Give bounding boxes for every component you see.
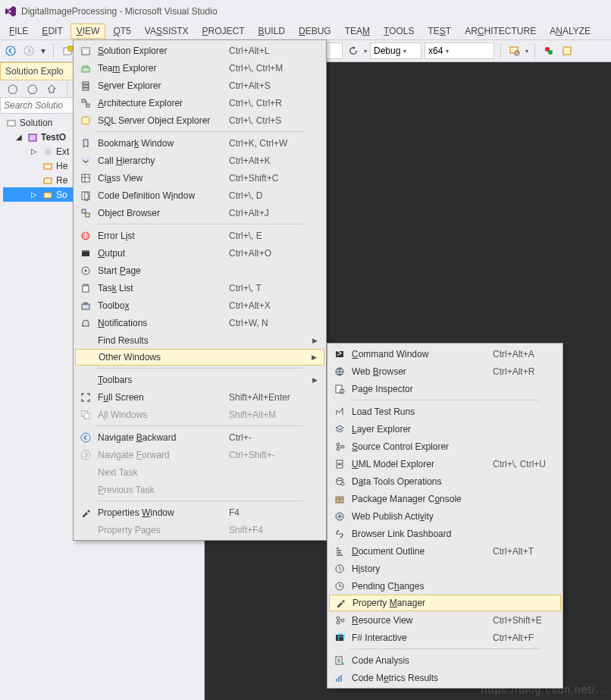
menu-item-shortcut: Ctrl+Shift+C [229,173,312,184]
combo-text: x64 [428,46,443,56]
menu-item[interactable]: F#F# InteractiveCtrl+Alt+F [329,629,561,646]
menu-item[interactable]: Class ViewCtrl+Shift+C [75,169,324,187]
fwd-icon[interactable]: ◯ [24,81,39,96]
architecture-explorer-icon [75,98,96,108]
menu-item[interactable]: Task ListCtrl+\, T [75,279,324,297]
menu-item[interactable]: Toolbars▶ [75,371,324,388]
svg-point-67 [341,662,344,665]
nav-fwd-button[interactable] [21,43,36,58]
tool-icon-2[interactable] [559,43,575,58]
menu-item[interactable]: NotificationsCtrl+W, N [75,314,324,331]
menu-item[interactable]: Property Manager [329,595,561,611]
menu-item[interactable]: Call HierarchyCtrl+Alt+K [75,152,324,169]
menu-item[interactable]: Code Analysis [329,651,561,669]
svg-rect-9 [8,121,15,126]
menu-item-shortcut: Ctrl+Alt+T [493,546,561,557]
menu-item-label: Object Browser [96,208,229,218]
menu-item[interactable]: Browser Link Dashboard [329,525,561,542]
menubar-item[interactable]: VIEW [70,24,106,39]
submenu-arrow-icon: ▶ [312,353,324,361]
submenu-arrow-icon: ▶ [312,337,324,344]
svg-rect-38 [84,284,87,286]
menubar-item[interactable]: BUILD [252,24,291,39]
menubar-item[interactable]: ANALYZE [544,24,597,39]
config-combo[interactable]: Debug▾ [370,42,421,59]
menu-item[interactable]: Solution ExplorerCtrl+Alt+L [75,42,324,59]
menubar-item[interactable]: TEST [421,24,457,39]
menu-item[interactable]: Data Tools Operations [329,472,561,490]
menubar-item[interactable]: PROJECT [196,24,251,39]
menu-item[interactable]: {}Code Definition WindowCtrl+\, D [75,187,324,204]
bookmark-window-icon [75,138,96,149]
menu-item[interactable]: Package Manager Console [329,490,561,507]
menu-item[interactable]: SQL Server Object ExplorerCtrl+\, Ctrl+S [75,111,324,129]
back-icon[interactable]: ◯ [5,81,20,96]
home-icon[interactable] [44,81,59,96]
platform-combo[interactable]: x64▾ [425,42,494,59]
web-publish-icon [329,511,350,522]
menu-item[interactable]: Navigate BackwardCtrl+- [75,428,324,446]
tool-icon-1[interactable] [541,43,556,58]
chevron-down-icon[interactable]: ▾ [364,48,367,55]
dropdown-icon[interactable]: ▾ [39,43,47,58]
menu-item[interactable]: Full ScreenShift+Alt+Enter [75,388,324,406]
svg-text:>_: >_ [337,349,345,359]
expand-icon[interactable]: ▷ [29,146,39,157]
find-button[interactable] [507,43,522,58]
menu-item[interactable]: Load Test Runs [329,403,561,420]
menubar-item[interactable]: TOOLS [378,24,420,39]
menu-item[interactable]: OutputCtrl+Alt+O [75,244,324,262]
menu-item[interactable]: Other Windows▶ [75,349,324,366]
refresh-icon[interactable] [346,43,361,58]
menu-separator [96,368,303,369]
solution-icon [6,118,17,128]
menu-item[interactable]: Source Control Explorer [329,438,561,455]
start-page-icon [75,265,96,276]
menu-item[interactable]: Object BrowserCtrl+Alt+J [75,204,324,221]
menu-item[interactable]: Server ExplorerCtrl+Alt+S [75,77,324,94]
menu-item[interactable]: Team ExplorerCtrl+\, Ctrl+M [75,59,324,77]
chevron-down-icon[interactable]: ▾ [525,48,528,55]
menu-item[interactable]: Architecture ExplorerCtrl+\, Ctrl+R [75,94,324,111]
submenu-arrow-icon: ▶ [312,376,324,384]
menu-item[interactable]: Bookmark WindowCtrl+K, Ctrl+W [75,134,324,152]
menu-item[interactable]: Web BrowserCtrl+Alt+R [329,363,561,380]
menu-item[interactable]: Layer Explorer [329,420,561,438]
menubar-item[interactable]: DEBUG [293,24,337,39]
tree-label: TestO [41,132,66,143]
menubar-item[interactable]: TEAM [339,24,376,39]
menubar-item[interactable]: EDIT [36,24,68,39]
menu-item[interactable]: Properties WindowF4 [75,504,324,521]
menu-item[interactable]: !Error ListCtrl+\, E [75,227,324,244]
expand-icon[interactable]: ◢ [14,132,24,143]
menu-item[interactable]: Start Page [75,262,324,279]
menu-item-label: Other Windows [97,352,228,363]
menubar-item[interactable]: FILE [3,24,34,39]
menu-item-label: Error List [96,231,229,241]
menu-item-label: Document Outline [350,546,493,557]
menu-item-label: Load Test Runs [350,407,493,417]
expand-icon[interactable]: ▷ [29,190,39,200]
menubar: FILEEDITVIEWQT5VASSISTXPROJECTBUILDDEBUG… [0,23,611,39]
nav-back-button[interactable] [3,43,18,58]
menu-item[interactable]: Find Results▶ [75,331,324,349]
menu-item-label: Architecture Explorer [96,98,229,108]
menu-item[interactable]: Web Publish Activity [329,507,561,525]
menu-item[interactable]: ToolboxCtrl+Alt+X [75,297,324,314]
menu-item[interactable]: UML Model ExplorerCtrl+\, Ctrl+U [329,455,561,472]
menu-item[interactable]: >_Command WindowCtrl+Alt+A [329,345,561,363]
menu-item-shortcut: Ctrl+Alt+A [493,349,561,359]
svg-point-56 [341,482,344,485]
menu-item[interactable]: History [329,560,561,577]
menu-item-label: Solution Explorer [96,46,229,56]
menu-item-label: Server Explorer [96,80,229,91]
menu-item[interactable]: Resource ViewCtrl+Shift+E [329,611,561,629]
menubar-item[interactable]: VASSISTX [139,24,195,39]
svg-point-1 [24,46,33,55]
menu-item[interactable]: Page Inspector [329,380,561,397]
menubar-item[interactable]: QT5 [107,24,136,39]
menu-item[interactable]: Document OutlineCtrl+Alt+T [329,542,561,560]
menubar-item[interactable]: ARCHITECTURE [459,24,542,39]
menu-item[interactable]: Pending Changes [329,577,561,595]
menu-item-label: Properties Window [96,507,229,518]
